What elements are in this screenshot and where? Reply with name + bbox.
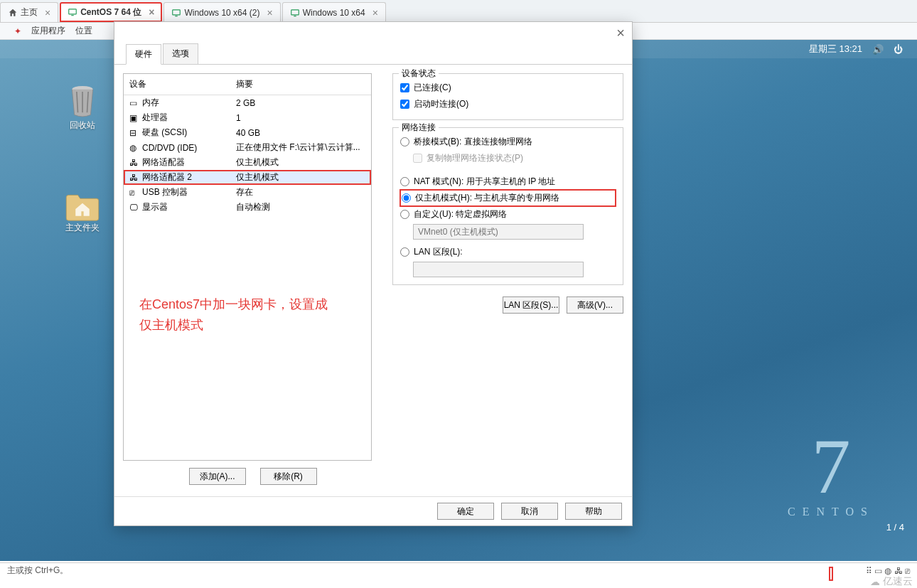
svg-rect-1 [71,15,74,16]
network-icon: 🖧 [129,158,142,168]
dialog-footer-buttons: 确定 取消 帮助 [114,497,632,525]
group-title: 设备状态 [399,68,439,80]
cd-icon: ◍ [129,143,142,153]
red-marker [829,567,833,581]
home-icon [8,8,18,18]
dialog-title-bar: × [114,22,632,43]
radio-hostonly[interactable]: 仅主机模式(H): 与主机共享的专用网络 [400,190,616,206]
lan-segments-button[interactable]: LAN 区段(S)... [503,296,559,314]
hw-row-cd[interactable]: ◍CD/DVD (IDE)正在使用文件 F:\云计算\云计算... [124,140,371,155]
svg-rect-5 [294,16,296,16]
hw-row-net2[interactable]: 🖧网络适配器 2仅主机模式 [124,170,371,185]
centos-text: CENTOS [788,506,874,518]
device-state-group: 设备状态 已连接(C) 启动时连接(O) [392,73,623,120]
menu-position[interactable]: 位置 [75,25,92,37]
tab-label: Windows 10 x64 (2) [184,8,259,18]
dialog-tabs: 硬件 选项 [114,43,632,65]
svg-rect-2 [173,9,181,14]
col-summary: 摘要 [236,78,253,90]
close-icon[interactable]: × [267,7,272,18]
network-icon: 🖧 [129,173,142,183]
ok-button[interactable]: 确定 [437,503,494,520]
icon-label: 主文件夹 [65,222,100,234]
svg-rect-0 [69,9,77,14]
advanced-button[interactable]: 高级(V)... [567,296,623,314]
page-indicator: 1 / 4 [886,522,904,533]
tab-label: 主页 [21,6,38,18]
vm-settings-dialog: × 硬件 选项 设备 摘要 ▭内存2 GB ▣处理器1 ⊟硬盘 (SCSI)40… [114,21,633,526]
memory-icon: ▭ [129,98,142,108]
dialog-close-button[interactable]: × [616,25,625,41]
tab-centos7[interactable]: CentOS 7 64 位 × [60,2,162,22]
tab-options[interactable]: 选项 [163,43,198,64]
hardware-header: 设备 摘要 [124,74,371,95]
custom-network-combo: VMnet0 (仅主机模式) [413,224,584,240]
add-hardware-button[interactable]: 添加(A)... [189,468,246,485]
power-icon[interactable]: ⏻ [894,44,903,55]
cancel-button[interactable]: 取消 [501,503,558,520]
network-connection-group: 网络连接 桥接模式(B): 直接连接物理网络 复制物理网络连接状态(P) NAT… [392,127,623,285]
menu-apps[interactable]: 应用程序 [31,25,65,37]
hw-row-usb[interactable]: ⎚USB 控制器存在 [124,185,371,200]
close-icon[interactable]: × [372,7,378,18]
status-bar: 主或按 Ctrl+G。 ⠿ ▭ ◍ 🖧 ⎚ [0,562,917,578]
close-icon[interactable]: × [45,7,50,18]
adv-buttons: LAN 区段(S)... 高级(V)... [392,292,623,314]
vm-tabs-bar: 主页 × CentOS 7 64 位 × Windows 10 x64 (2) … [0,0,917,23]
status-hint: 主或按 Ctrl+G。 [7,565,68,577]
trash-icon [64,82,101,119]
radio-nat[interactable]: NAT 模式(N): 用于共享主机的 IP 地址 [400,173,616,190]
clock-label: 星期三 13:21 [809,43,862,55]
radio-bridged[interactable]: 桥接模式(B): 直接连接物理网络 [400,134,616,150]
annotation-text: 在Centos7中加一块网卡，设置成 仅主机模式 [139,294,328,336]
desktop-icon-home[interactable]: 主文件夹 [64,189,101,234]
hw-row-display[interactable]: 🖵显示器自动检测 [124,200,371,215]
hardware-list[interactable]: ▭内存2 GB ▣处理器1 ⊟硬盘 (SCSI)40 GB ◍CD/DVD (I… [124,95,371,460]
hardware-actions: 添加(A)... 移除(R) [123,461,382,485]
tab-label: Windows 10 x64 [303,8,365,18]
usb-icon: ⎚ [129,188,142,198]
vm-icon [171,8,181,18]
remove-hardware-button[interactable]: 移除(R) [260,468,317,485]
vm-icon [290,8,300,18]
radio-lan-segment[interactable]: LAN 区段(L): [400,244,616,260]
dialog-body: 设备 摘要 ▭内存2 GB ▣处理器1 ⊟硬盘 (SCSI)40 GB ◍CD/… [114,65,632,491]
status-icons: ⠿ ▭ ◍ 🖧 ⎚ [866,566,910,576]
tab-win10-2[interactable]: Windows 10 x64 (2) × [163,2,280,22]
radio-custom[interactable]: 自定义(U): 特定虚拟网络 [400,206,616,223]
tab-win10[interactable]: Windows 10 x64 × [282,2,386,22]
vm-icon [68,7,77,17]
hw-row-cpu[interactable]: ▣处理器1 [124,110,371,125]
hw-row-net1[interactable]: 🖧网络适配器仅主机模式 [124,155,371,170]
folder-home-icon [64,189,101,222]
help-button[interactable]: 帮助 [565,503,622,520]
watermark: ☁ 亿速云 [870,575,913,588]
centos-logo: 7 CENTOS [788,427,874,518]
tab-home[interactable]: 主页 × [0,2,58,22]
group-title: 网络连接 [399,122,439,134]
tab-label: CentOS 7 64 位 [80,6,141,18]
cloud-icon: ☁ [870,576,880,587]
hw-row-hdd[interactable]: ⊟硬盘 (SCSI)40 GB [124,125,371,140]
hardware-list-panel: 设备 摘要 ▭内存2 GB ▣处理器1 ⊟硬盘 (SCSI)40 GB ◍CD/… [123,73,372,461]
close-icon[interactable]: × [149,6,154,18]
display-icon: 🖵 [129,203,142,213]
cpu-icon: ▣ [129,113,142,123]
connected-checkbox[interactable]: 已连接(C) [400,80,616,96]
settings-right-panel: 设备状态 已连接(C) 启动时连接(O) 网络连接 桥接模式(B): 直接连接物… [392,73,623,491]
tab-hardware[interactable]: 硬件 [126,44,161,65]
svg-rect-3 [176,16,178,16]
svg-rect-4 [291,9,299,14]
hdd-icon: ⊟ [129,128,142,138]
centos-seven: 7 [788,427,874,506]
lan-segment-combo [413,262,584,277]
connect-on-start-checkbox[interactable]: 启动时连接(O) [400,96,616,112]
icon-label: 回收站 [70,119,95,132]
replicate-physical-checkbox: 复制物理网络连接状态(P) [413,150,616,166]
volume-icon[interactable]: 🔊 [872,44,884,55]
desktop-icon-trash[interactable]: 回收站 [64,82,101,132]
hw-row-memory[interactable]: ▭内存2 GB [124,95,371,110]
col-device: 设备 [129,78,236,90]
